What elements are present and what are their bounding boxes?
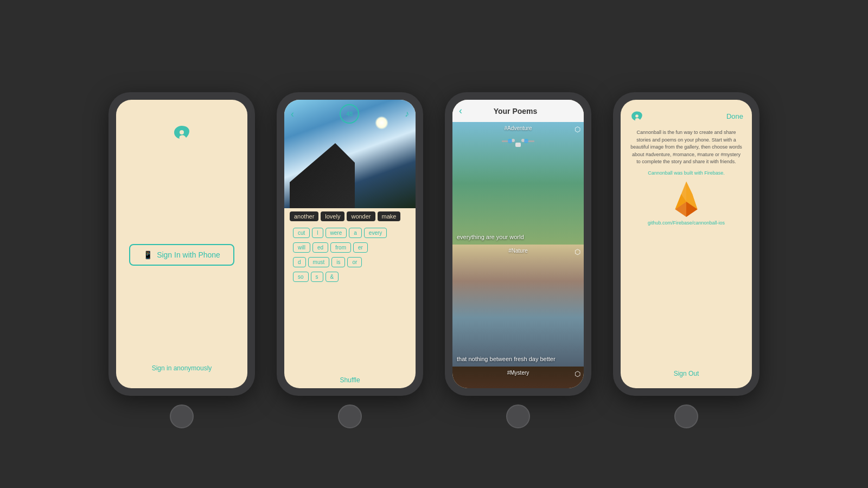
poems-list: #Adventure everything are your world ⬡ #…	[452, 122, 584, 388]
chip-from[interactable]: from	[330, 242, 351, 253]
phone4-header: Done	[629, 108, 743, 124]
phone-1-screen: 📱 Sign In with Phone Sign in anonymously	[116, 100, 247, 388]
phone4-logo	[629, 108, 644, 124]
mystery-tag: #Mystery	[507, 370, 529, 376]
phone-icon: 📱	[143, 251, 152, 259]
phone-4-home-button[interactable]	[674, 404, 698, 428]
poem-card-mystery: #Mystery ⬡	[452, 367, 584, 388]
phone3-title: Your Poems	[494, 107, 538, 115]
svg-rect-5	[521, 139, 525, 142]
chip-amp[interactable]: &	[326, 272, 339, 282]
word-row-3: d must is or	[289, 255, 411, 269]
about-text: Cannonball is the fun way to create and …	[629, 129, 743, 166]
sign-in-phone-label: Sign In with Phone	[157, 251, 220, 259]
poem-card-adventure: #Adventure everything are your world ⬡	[452, 122, 584, 245]
chip-or[interactable]: or	[347, 257, 362, 267]
sign-out-button[interactable]: Sign Out	[674, 370, 699, 377]
chip-s[interactable]: s	[311, 272, 323, 282]
phone-2-screen: ‹ 48 ♪ another lovely wonder make	[284, 100, 416, 388]
svg-point-6	[508, 139, 512, 143]
word-chip-make[interactable]: make	[378, 211, 401, 221]
adventure-share-icon[interactable]: ⬡	[575, 125, 580, 133]
chip-were[interactable]: were	[326, 228, 347, 238]
phone2-header: ‹ 48 ♪	[284, 100, 416, 128]
chip-will[interactable]: will	[293, 242, 310, 253]
chip-d[interactable]: d	[293, 257, 306, 267]
poem-card-nature: #Nature that nothing between fresh day b…	[452, 245, 584, 367]
nature-share-icon[interactable]: ⬡	[575, 248, 580, 256]
available-words-area: cut l were a every will ed from er d mus…	[284, 224, 416, 372]
firebase-built-text: Cannonball was built with Firebase.	[648, 170, 725, 176]
phone1-middle: 📱 Sign In with Phone	[129, 145, 234, 364]
back-arrow-icon[interactable]: ‹	[291, 108, 294, 120]
phone-2: ‹ 48 ♪ another lovely wonder make	[277, 92, 423, 396]
nature-bg	[452, 245, 584, 367]
chip-so[interactable]: so	[293, 272, 309, 282]
phone-1-home-button[interactable]	[170, 404, 194, 428]
chip-l[interactable]: l	[312, 228, 323, 238]
phone1-logo	[171, 121, 193, 145]
timer-value: 48	[346, 111, 353, 117]
svg-rect-1	[515, 143, 521, 147]
selected-words-area: another lovely wonder make	[284, 208, 416, 224]
phone-3-screen: ‹ Your Poems	[452, 100, 584, 388]
word-chip-wonder[interactable]: wonder	[347, 211, 375, 221]
chip-er[interactable]: er	[353, 242, 368, 253]
phone-4: Done Cannonball is the fun way to create…	[613, 92, 760, 396]
word-row-4: so s &	[289, 269, 411, 284]
svg-point-7	[524, 139, 528, 143]
sign-in-anonymous-label[interactable]: Sign in anonymously	[152, 364, 212, 372]
word-row-1: cut l were a every	[289, 226, 411, 240]
adventure-tag: #Adventure	[504, 125, 532, 131]
chip-a[interactable]: a	[349, 228, 362, 238]
music-icon[interactable]: ♪	[405, 109, 409, 119]
github-link[interactable]: github.com/Firebase/cannonball-ios	[648, 220, 725, 226]
word-chip-another[interactable]: another	[290, 211, 318, 221]
chip-ed[interactable]: ed	[312, 242, 328, 253]
phone3-back-arrow[interactable]: ‹	[459, 105, 462, 117]
svg-rect-4	[512, 139, 515, 142]
phones-container: 📱 Sign In with Phone Sign in anonymously…	[108, 92, 760, 396]
phone-3: ‹ Your Poems	[445, 92, 591, 396]
phone-4-screen: Done Cannonball is the fun way to create…	[621, 100, 752, 388]
adventure-poem-text: everything are your world	[457, 234, 579, 240]
drone	[502, 137, 534, 156]
firebase-logo	[670, 179, 703, 217]
phone-1: 📱 Sign In with Phone Sign in anonymously	[108, 92, 255, 396]
mystery-share-icon[interactable]: ⬡	[575, 370, 580, 378]
nature-tag: #Nature	[508, 248, 528, 254]
phone-3-home-button[interactable]	[506, 404, 530, 428]
word-row-2: will ed from er	[289, 240, 411, 255]
word-chip-lovely[interactable]: lovely	[321, 211, 344, 221]
shuffle-button[interactable]: Shuffle	[284, 372, 416, 388]
done-button[interactable]: Done	[726, 112, 743, 120]
svg-point-8	[635, 114, 639, 118]
phone-2-home-button[interactable]	[338, 404, 362, 428]
timer-circle: 48	[340, 104, 359, 124]
chip-is[interactable]: is	[331, 257, 345, 267]
sign-in-phone-button[interactable]: 📱 Sign In with Phone	[129, 244, 234, 266]
chip-every[interactable]: every	[364, 228, 387, 238]
svg-point-0	[180, 130, 184, 134]
chip-must[interactable]: must	[308, 257, 330, 267]
chip-cut[interactable]: cut	[293, 228, 310, 238]
phone3-header: ‹ Your Poems	[452, 100, 584, 122]
nature-poem-text: that nothing between fresh day better	[457, 356, 579, 362]
